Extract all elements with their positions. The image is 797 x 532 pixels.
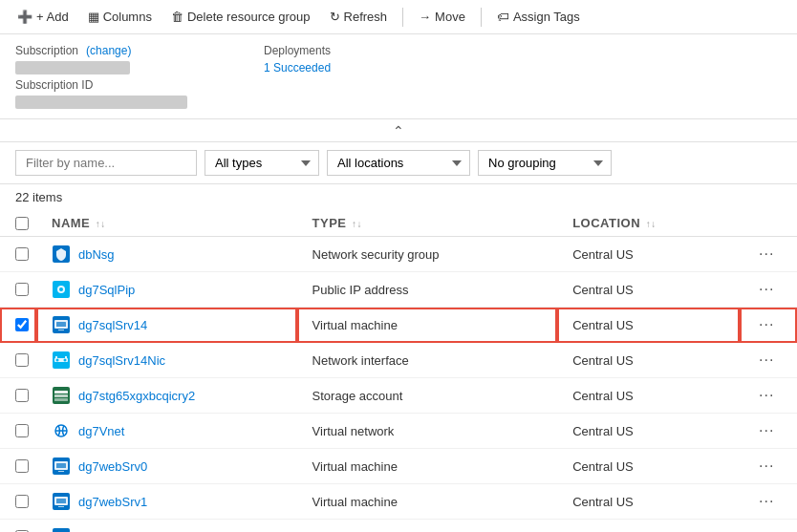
toolbar-separator-2	[481, 8, 482, 27]
columns-label: Columns	[103, 10, 152, 24]
more-actions-button[interactable]: ···	[755, 350, 778, 371]
toolbar: ➕ + Add ▦ Columns 🗑 Delete resource grou…	[0, 0, 797, 34]
header-type[interactable]: TYPE ↑↓	[297, 210, 558, 237]
header-name[interactable]: NAME ↑↓	[36, 210, 297, 237]
svg-point-11	[64, 359, 67, 362]
resource-name-link[interactable]: dg7SqlPip	[78, 283, 135, 297]
row-checkbox[interactable]	[15, 353, 29, 367]
row-checkbox-cell	[0, 378, 36, 414]
table-row: dg7SqlPip Public IP address Central US ·…	[0, 272, 797, 308]
resource-name-link[interactable]: dbNsg	[78, 247, 115, 262]
row-actions-cell: ···	[740, 520, 797, 533]
resource-type-text: Public IP address	[312, 283, 409, 297]
row-location-cell: Central US	[557, 308, 740, 343]
more-actions-button[interactable]: ···	[755, 279, 778, 300]
row-type-cell: Storage account	[297, 378, 558, 414]
table-row: dg7webSrv2 Virtual machine Central US ··…	[0, 520, 797, 533]
change-link[interactable]: (change)	[86, 44, 131, 57]
types-filter[interactable]: All types	[205, 150, 319, 176]
svg-rect-28	[58, 506, 64, 507]
header-location-text: LOCATION	[572, 216, 640, 230]
deployments-label: Deployments	[264, 44, 331, 57]
deployments-link[interactable]: 1 Succeeded	[264, 61, 331, 74]
resource-location-text: Central US	[572, 353, 634, 368]
assign-tags-label: Assign Tags	[513, 10, 580, 24]
move-icon: →	[419, 10, 431, 24]
filter-name-input[interactable]	[15, 150, 197, 176]
columns-button[interactable]: ▦ Columns	[80, 6, 160, 28]
collapse-bar[interactable]	[0, 119, 797, 142]
resource-name-link[interactable]: dg7stg65xgxbcqicry2	[78, 389, 195, 403]
more-actions-button[interactable]: ···	[755, 456, 778, 477]
table-row: dg7sqlSrv14Nic Network interface Central…	[0, 343, 797, 378]
row-name-cell: dbNsg	[36, 237, 297, 272]
row-checkbox[interactable]	[15, 283, 29, 296]
row-checkbox-cell	[0, 343, 36, 378]
table-body: dbNsg Network security group Central US …	[0, 237, 797, 533]
row-location-cell: Central US	[557, 237, 740, 272]
table-row: dg7webSrv1 Virtual machine Central US ··…	[0, 484, 797, 520]
row-name-cell: dg7Vnet	[36, 414, 297, 449]
row-location-cell: Central US	[557, 520, 740, 533]
grouping-filter[interactable]: No grouping	[478, 150, 612, 176]
row-type-cell: Network interface	[297, 343, 558, 378]
chevron-up-icon	[393, 123, 404, 138]
add-button[interactable]: ➕ + Add	[10, 6, 76, 28]
move-button[interactable]: → Move	[411, 6, 473, 28]
resource-type-text: Storage account	[312, 389, 403, 403]
row-checkbox[interactable]	[15, 389, 29, 402]
resource-icon	[52, 457, 71, 476]
svg-rect-27	[56, 499, 66, 503]
row-type-cell: Public IP address	[297, 272, 558, 308]
header-checkbox-cell	[0, 210, 36, 237]
more-actions-button[interactable]: ···	[755, 385, 778, 406]
more-actions-button[interactable]: ···	[755, 314, 778, 335]
row-checkbox[interactable]	[15, 247, 29, 261]
more-actions-button[interactable]: ···	[755, 491, 778, 512]
resource-location-text: Central US	[572, 495, 634, 509]
header-actions	[740, 210, 797, 237]
row-type-cell: Network security group	[297, 237, 558, 272]
svg-rect-12	[55, 356, 57, 358]
svg-rect-29	[53, 528, 70, 532]
table-row: dg7Vnet Virtual network Central US ···	[0, 414, 797, 449]
more-actions-button[interactable]: ···	[755, 526, 778, 532]
row-actions-cell: ···	[740, 484, 797, 520]
resource-name-link[interactable]: dg7sqlSrv14	[78, 318, 147, 332]
row-checkbox[interactable]	[15, 459, 29, 473]
resource-location-text: Central US	[572, 389, 634, 403]
items-count: 22 items	[0, 184, 797, 210]
row-actions-cell: ···	[740, 308, 797, 343]
header-location[interactable]: LOCATION ↑↓	[557, 210, 740, 237]
deployments-section: Deployments 1 Succeeded	[264, 44, 331, 109]
resource-icon	[52, 280, 71, 299]
resource-icon	[52, 351, 71, 370]
resource-name-link[interactable]: dg7sqlSrv14Nic	[78, 353, 165, 368]
row-type-cell: Virtual machine	[297, 449, 558, 484]
resource-location-text: Central US	[572, 247, 634, 262]
info-panel: Subscription (change) Subscription ID De…	[0, 34, 797, 119]
row-checkbox[interactable]	[15, 318, 29, 331]
resource-name-link[interactable]: dg7Vnet	[78, 424, 124, 438]
more-actions-button[interactable]: ···	[755, 420, 778, 441]
svg-point-3	[59, 287, 63, 291]
delete-button[interactable]: 🗑 Delete resource group	[163, 6, 318, 28]
row-checkbox[interactable]	[15, 495, 29, 508]
resource-name-link[interactable]: dg7webSrv1	[78, 495, 147, 509]
row-checkbox[interactable]	[15, 424, 29, 437]
select-all-checkbox[interactable]	[15, 217, 29, 230]
count-text: 22 items	[15, 190, 62, 204]
table-row: dg7sqlSrv14 Virtual machine Central US ·…	[0, 308, 797, 343]
row-type-cell: Virtual machine	[297, 308, 558, 343]
assign-tags-button[interactable]: 🏷 Assign Tags	[489, 6, 588, 28]
locations-filter[interactable]: All locations	[327, 150, 470, 176]
resource-name-link[interactable]: dg7webSrv0	[78, 459, 147, 474]
row-actions-cell: ···	[740, 272, 797, 308]
refresh-button[interactable]: ↻ Refresh	[322, 6, 396, 28]
more-actions-button[interactable]: ···	[755, 244, 778, 265]
row-name-cell: dg7sqlSrv14Nic	[36, 343, 297, 378]
row-checkbox-cell	[0, 414, 36, 449]
row-location-cell: Central US	[557, 343, 740, 378]
svg-rect-13	[65, 356, 67, 358]
row-checkbox-cell	[0, 449, 36, 484]
